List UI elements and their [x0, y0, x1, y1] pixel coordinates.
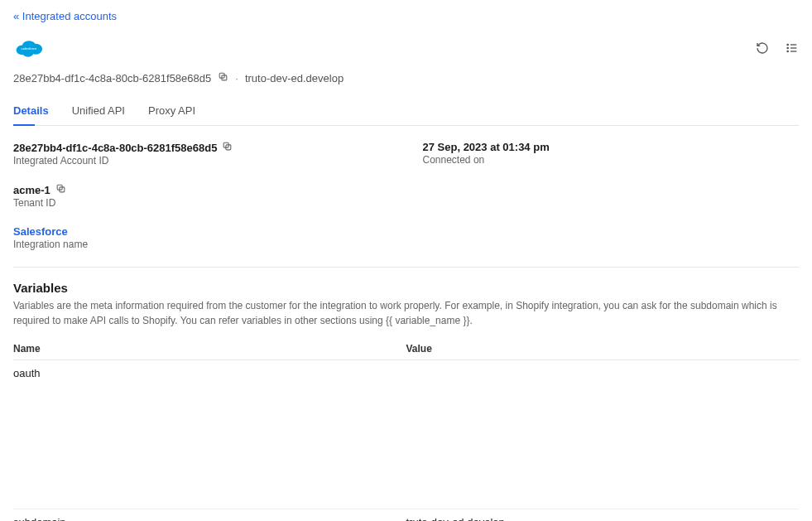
tab-unified-api[interactable]: Unified API: [72, 98, 125, 125]
variables-header: Name Value: [13, 338, 799, 360]
back-link[interactable]: « Integrated accounts: [13, 10, 117, 22]
svg-point-6: [787, 47, 788, 48]
separator-dot: ·: [235, 72, 238, 84]
list-icon[interactable]: [786, 41, 799, 57]
breadcrumb-id: 28e27bb4-df1c-4c8a-80cb-6281f58e68d5: [13, 72, 211, 84]
svg-text:salesforce: salesforce: [22, 46, 38, 51]
integration-name-label: Integration name: [13, 239, 390, 250]
column-value: Value: [406, 343, 800, 355]
column-name: Name: [13, 343, 406, 355]
divider: [13, 267, 799, 268]
integrated-account-id-value: 28e27bb4-df1c-4c8a-80cb-6281f58e68d5: [13, 142, 217, 154]
variable-row-oauth: oauth: [13, 360, 799, 509]
field-connected-on: 27 Sep, 2023 at 01:34 pm Connected on: [423, 141, 800, 166]
refresh-icon[interactable]: [756, 41, 769, 57]
field-integration-name: Salesforce Integration name: [13, 225, 390, 250]
variable-name: subdomain: [13, 516, 406, 521]
variable-name: oauth: [13, 367, 406, 379]
svg-point-5: [787, 44, 788, 45]
breadcrumb: 28e27bb4-df1c-4c8a-80cb-6281f58e68d5 · t…: [13, 71, 799, 84]
tenant-id-value: acme-1: [13, 184, 50, 196]
variable-row-subdomain: subdomain truto-dev-ed.develop: [13, 509, 799, 521]
variables-title: Variables: [13, 281, 799, 295]
variable-value: truto-dev-ed.develop: [406, 516, 800, 521]
copy-icon[interactable]: [218, 71, 228, 84]
connected-on-value: 27 Sep, 2023 at 01:34 pm: [423, 141, 550, 153]
field-tenant-id: acme-1 Tenant ID: [13, 183, 390, 209]
copy-icon[interactable]: [222, 141, 233, 154]
variables-description: Variables are the meta information requi…: [13, 298, 799, 328]
connected-on-label: Connected on: [423, 154, 800, 166]
integration-name-value[interactable]: Salesforce: [13, 225, 68, 238]
tab-details[interactable]: Details: [13, 98, 49, 125]
copy-icon[interactable]: [55, 183, 66, 196]
field-integrated-account-id: 28e27bb4-df1c-4c8a-80cb-6281f58e68d5 Int…: [13, 141, 390, 166]
integrated-account-id-label: Integrated Account ID: [13, 155, 390, 166]
tenant-id-label: Tenant ID: [13, 197, 390, 209]
salesforce-logo: salesforce: [13, 37, 45, 61]
tabs: Details Unified API Proxy API: [13, 98, 799, 126]
svg-point-7: [787, 51, 788, 51]
breadcrumb-suffix: truto-dev-ed.develop: [245, 72, 344, 84]
tab-proxy-api[interactable]: Proxy API: [148, 98, 195, 125]
